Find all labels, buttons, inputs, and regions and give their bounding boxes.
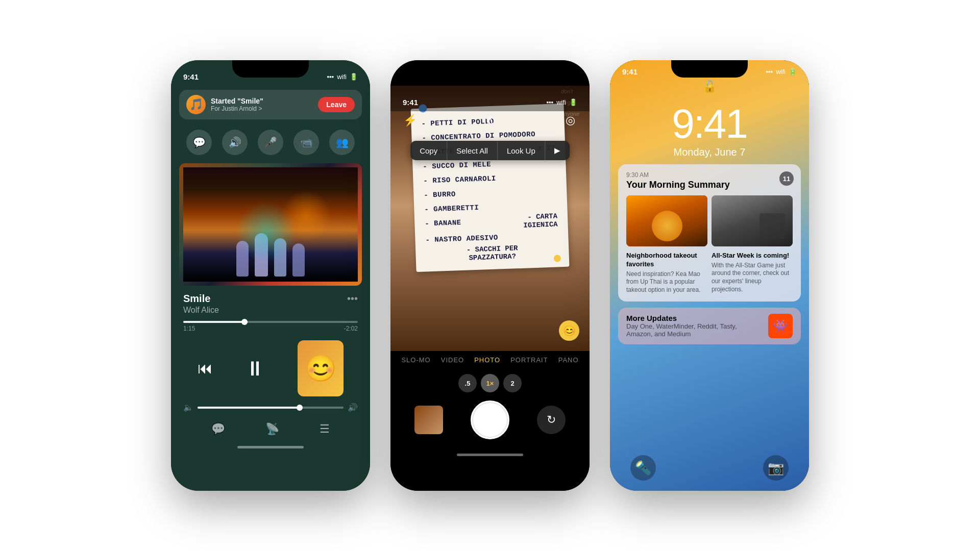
message-button[interactable]: 💬 bbox=[186, 130, 212, 155]
flip-camera-button[interactable]: ↻ bbox=[537, 406, 566, 434]
time-remaining: -2:02 bbox=[344, 325, 358, 332]
signal-icon-3: ▪▪▪ bbox=[766, 68, 773, 76]
phone-1: 9:41 ▪▪▪ wifi 🔋 🎵 Started "Smile" For Ju… bbox=[171, 60, 370, 491]
song-area: Smile Wolf Alice ••• bbox=[171, 288, 370, 317]
phone-2: 9:41 ▪▪▪ wifi 🔋 ⚡ ∧ ◎ Copy Select All Lo… bbox=[390, 60, 590, 491]
more-updates-text: More Updates Day One, WaterMinder, Reddi… bbox=[626, 314, 763, 338]
progress-bar[interactable]: 1:15 -2:02 bbox=[171, 317, 370, 336]
mic-button[interactable]: 🎤 bbox=[258, 130, 283, 155]
message-icon: 💬 bbox=[193, 136, 206, 148]
queue-button[interactable]: ☰ bbox=[320, 422, 330, 436]
live-button[interactable]: ◎ bbox=[561, 111, 579, 130]
signal-icon-2: ▪▪▪ bbox=[546, 98, 553, 106]
look-up-menu-item[interactable]: Look Up bbox=[498, 141, 545, 160]
playback-controls: ⏮ ⏸ 😊 bbox=[171, 336, 370, 400]
reddit-icon: 👾 bbox=[768, 314, 793, 338]
status-time-2: 9:41 bbox=[403, 98, 418, 107]
text-selection-menu: Copy Select All Look Up ▶ bbox=[410, 141, 570, 160]
battery-icon-2: 🔋 bbox=[569, 98, 577, 106]
facetime-preview[interactable]: 😊 bbox=[298, 340, 344, 396]
speaker-button[interactable]: 🔊 bbox=[222, 130, 248, 155]
lock-icon: 🔓 bbox=[610, 80, 809, 93]
gallery-thumbnail[interactable] bbox=[414, 406, 443, 434]
status-icons-1: ▪▪▪ wifi 🔋 bbox=[327, 73, 358, 81]
lyrics-button[interactable]: 💬 bbox=[211, 422, 225, 436]
album-art bbox=[179, 163, 362, 286]
flip-icon: ↻ bbox=[547, 413, 556, 427]
camera-lock-icon: 📷 bbox=[768, 460, 784, 476]
lock-date: Monday, June 7 bbox=[610, 146, 809, 158]
article-2: All-Star Week is coming! With the All-St… bbox=[712, 252, 793, 294]
zoom-05-button[interactable]: .5 bbox=[458, 374, 477, 392]
flashlight-icon: 🔦 bbox=[635, 460, 651, 476]
article-2-desc: With the All-Star Game just around the c… bbox=[712, 262, 793, 293]
time-current: 1:15 bbox=[183, 325, 195, 332]
status-bar-2: 9:41 ▪▪▪ wifi 🔋 bbox=[390, 86, 590, 111]
chevron-up-icon[interactable]: ∧ bbox=[481, 111, 499, 130]
facetime-info: Started "Smile" For Justin Arnold > bbox=[211, 97, 313, 112]
portrait-mode[interactable]: PORTRAIT bbox=[510, 356, 548, 364]
live-text-button[interactable]: 😊 bbox=[559, 320, 579, 341]
camera-lock-button[interactable]: 📷 bbox=[763, 455, 789, 481]
news-images: Tasty E bbox=[626, 195, 793, 246]
shutter-row: ↻ bbox=[390, 398, 590, 444]
shutter-button[interactable] bbox=[471, 400, 509, 439]
pano-mode[interactable]: PANO bbox=[558, 356, 579, 364]
lock-bottom: 🔦 📷 bbox=[610, 455, 809, 481]
news-thumb-sports: E bbox=[712, 195, 793, 246]
slo-mo-mode[interactable]: SLO-MO bbox=[401, 356, 430, 364]
facetime-avatar: 🎵 bbox=[186, 95, 206, 114]
more-options-button[interactable]: ••• bbox=[347, 293, 358, 305]
wifi-icon: wifi bbox=[337, 73, 347, 81]
time-labels: 1:15 -2:02 bbox=[183, 325, 358, 332]
zoom-controls: .5 1× 2 bbox=[390, 374, 590, 392]
more-menu-button[interactable]: ▶ bbox=[545, 141, 570, 160]
news-text-grid: Neighborhood takeout favorites Need insp… bbox=[626, 252, 793, 294]
phone-3: 9:41 ▪▪▪ wifi 🔋 🔓 9:41 Monday, June 7 9:… bbox=[610, 60, 809, 491]
article-1: Neighborhood takeout favorites Need insp… bbox=[626, 252, 707, 294]
camera-modes: SLO-MO VIDEO PHOTO PORTRAIT PANO bbox=[390, 351, 590, 369]
flashlight-button[interactable]: 🔦 bbox=[630, 455, 656, 481]
facetime-bar[interactable]: 🎵 Started "Smile" For Justin Arnold > Le… bbox=[179, 90, 362, 119]
status-time-3: 9:41 bbox=[622, 67, 638, 76]
zoom-1x-button[interactable]: 1× bbox=[481, 374, 499, 392]
grocery-item-8: - BANANE bbox=[425, 215, 461, 233]
facetime-subtitle: For Justin Arnold > bbox=[211, 105, 313, 112]
wifi-icon-2: wifi bbox=[556, 98, 566, 106]
status-icons-2: ▪▪▪ wifi 🔋 bbox=[546, 98, 577, 106]
video-mode[interactable]: VIDEO bbox=[441, 356, 464, 364]
photo-mode[interactable]: PHOTO bbox=[474, 356, 500, 364]
song-title: Smile bbox=[183, 293, 358, 305]
song-info: Smile Wolf Alice bbox=[171, 288, 370, 317]
airplay-button[interactable]: 📡 bbox=[265, 422, 279, 436]
volume-low-icon: 🔈 bbox=[183, 403, 193, 412]
shareplay-icon: 👥 bbox=[336, 136, 349, 148]
leave-button[interactable]: Leave bbox=[318, 97, 355, 112]
home-indicator-1 bbox=[171, 442, 370, 453]
notif-title: Your Morning Summary bbox=[626, 180, 793, 190]
battery-icon-3: 🔋 bbox=[789, 68, 797, 76]
notif-badge: 11 bbox=[779, 171, 794, 186]
pause-button[interactable]: ⏸ bbox=[245, 357, 265, 380]
video-button[interactable]: 📹 bbox=[293, 130, 319, 155]
status-icons-3: ▪▪▪ wifi 🔋 bbox=[766, 68, 797, 76]
lock-time: 9:41 bbox=[610, 104, 809, 144]
bottom-controls: 💬 📡 ☰ bbox=[171, 416, 370, 442]
copy-menu-item[interactable]: Copy bbox=[410, 141, 447, 160]
status-time-1: 9:41 bbox=[183, 72, 199, 81]
volume-high-icon: 🔊 bbox=[348, 403, 358, 412]
select-all-menu-item[interactable]: Select All bbox=[447, 141, 498, 160]
rewind-button[interactable]: ⏮ bbox=[198, 360, 213, 377]
signal-icon: ▪▪▪ bbox=[327, 73, 334, 81]
zoom-2x-button[interactable]: 2 bbox=[503, 374, 522, 392]
notification-card[interactable]: 9:30 AM Your Morning Summary 11 Tasty bbox=[618, 164, 801, 302]
battery-icon: 🔋 bbox=[350, 73, 358, 81]
article-2-headline: All-Star Week is coming! bbox=[712, 252, 793, 260]
news-thumb-food: Tasty bbox=[626, 195, 707, 246]
shareplay-button[interactable]: 👥 bbox=[329, 130, 355, 155]
facetime-title: Started "Smile" bbox=[211, 97, 313, 105]
video-icon: 📹 bbox=[300, 136, 313, 148]
volume-track[interactable] bbox=[198, 407, 344, 409]
more-updates-card[interactable]: More Updates Day One, WaterMinder, Reddi… bbox=[618, 308, 801, 344]
flash-button[interactable]: ⚡ bbox=[401, 111, 419, 130]
